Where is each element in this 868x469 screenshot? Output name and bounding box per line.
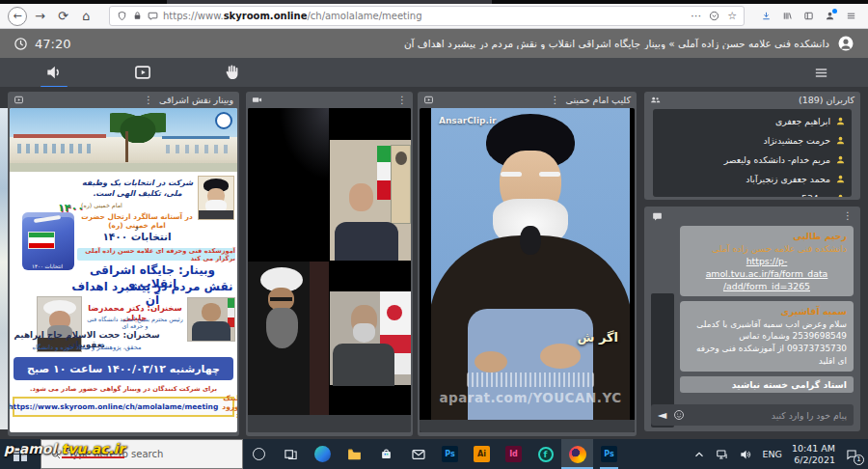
cortana-button[interactable] <box>243 439 275 469</box>
poster-quote: شرکت در انتخابات یک وظیفه ملی، تکلیف اله… <box>81 179 194 200</box>
webcam-tile-1 <box>248 108 329 261</box>
user-icon <box>835 193 846 198</box>
speaker-button[interactable] <box>44 63 64 82</box>
chat-messages[interactable]: رحیم طالبی دانشکده فنی علامه حسن زاده آم… <box>651 226 854 400</box>
account-icon[interactable] <box>825 11 835 21</box>
photoshop2-button[interactable]: Ps <box>593 439 625 469</box>
library-icon[interactable] <box>782 11 793 21</box>
ballot-box-graphic: انتخابات ۱۴۰۰ <box>17 207 77 270</box>
network-icon[interactable] <box>716 448 729 461</box>
page-actions-dots-icon[interactable]: ⋯ <box>691 10 701 22</box>
clip-kebab-icon[interactable]: ⋮ <box>551 96 560 105</box>
webcams-kebab-icon[interactable]: ⋮ <box>397 96 407 105</box>
store-button[interactable] <box>370 439 402 469</box>
khomeini-portrait-small <box>198 176 234 220</box>
poster-panel-title: وبینار نقش اشراقی <box>159 95 233 105</box>
illustrator-button[interactable]: Ai <box>466 439 498 469</box>
university-logo <box>215 112 232 129</box>
raise-hand-button[interactable] <box>222 63 241 82</box>
clock-icon <box>14 37 28 51</box>
poster-panel-header: ⋮وبینار نقش اشراقی <box>10 92 237 108</box>
lock-icon <box>132 11 143 21</box>
list-item[interactable]: محمد جعفری زنجیرآباد <box>659 169 846 188</box>
reload-icon[interactable]: ⟳ <box>53 6 73 26</box>
poster-occasion-line2: انتخابات ۱۴۰۰ <box>79 231 195 242</box>
page-action-bubble-icon[interactable] <box>148 11 158 21</box>
indesign-button[interactable]: Id <box>498 439 529 469</box>
clock-date[interactable]: 10:41 AM6/2/2021 <box>792 443 835 466</box>
list-item[interactable]: مریم خدام- دانشکده ولیعصر <box>659 150 846 169</box>
timer-value: 47:20 <box>35 37 70 51</box>
clip-panel-title: کلیپ امام خمینی <box>566 95 631 105</box>
partial-panel-edge <box>0 108 8 429</box>
list-item[interactable]: … 534 <box>659 188 846 197</box>
chat-icon <box>652 211 663 222</box>
chat-text: سلام وعرض ادب سمیه آقاشیری با کدملی 2539… <box>687 318 847 369</box>
photoshop-icon: Ps <box>601 446 617 462</box>
chat-panel-header: ⋮ <box>644 207 860 226</box>
webcam-tile-2 <box>330 108 411 261</box>
clip-panel-header: ⋮کلیپ امام خمینی <box>420 92 635 108</box>
edge-button[interactable] <box>307 439 339 469</box>
bookmark-star-icon[interactable]: ☆ <box>727 10 737 22</box>
chat-message: استاد گرامی خسته نباشید <box>680 376 854 393</box>
users-icon <box>650 95 661 105</box>
chat-message: سمیه آقاشیری سلام وعرض ادب سمیه آقاشیری … <box>680 301 854 372</box>
poster-panel: ⋮وبینار نقش اشراقی شرکت در انتخابات یک و… <box>8 92 239 436</box>
home-icon[interactable]: ⌂ <box>76 6 96 26</box>
video-button[interactable] <box>133 63 152 82</box>
page-watermark: p-amol.tvu.ac.ir <box>4 441 124 456</box>
chat-panel: ⋮ رحیم طالبی دانشکده فنی علامه حسن زاده … <box>644 207 860 431</box>
back-icon[interactable]: ← <box>8 7 27 26</box>
webcams-panel-header: ⋮ <box>248 92 411 108</box>
forward-icon[interactable]: → <box>30 6 50 26</box>
poster-link-box: لینک ورود : https://www.skyroom.online/c… <box>13 397 234 417</box>
chat-link[interactable]: /add/form_id=3265 <box>687 280 847 292</box>
url-bar[interactable]: https://www.skyroom.online/ch/amolalame/… <box>109 6 745 26</box>
users-list[interactable]: ابراهیم جعفری حرمت جمشیدنژاد مریم خدام- … <box>653 109 852 197</box>
chat-input[interactable]: ◄ پیام خود را وارد کنید <box>651 404 854 426</box>
campus-photo <box>10 108 237 172</box>
firefox-button[interactable] <box>561 439 593 469</box>
chat-kebab-icon[interactable]: ⋮ <box>843 211 853 221</box>
cortana-icon <box>253 448 265 460</box>
screen: ← → ⟳ ⌂ https://www.skyroom.online/ch/am… <box>0 0 868 469</box>
users-header-label: کاربران (189) <box>799 95 854 105</box>
downloads-icon[interactable] <box>761 11 772 21</box>
notification-badge: 1 <box>854 455 864 465</box>
poster-certificate-note: برای شرکت کنندگان در وبینار گواهی حضور ص… <box>14 385 233 393</box>
wall-portrait <box>391 145 411 224</box>
poster-link-url: https://www.skyroom.online/ch/amolalame/… <box>10 402 218 411</box>
poster-speaker2-role: محقق، پژوهشگر و استاد حوزه و دانشگاه <box>14 344 160 351</box>
language-indicator[interactable]: ENG <box>762 449 781 459</box>
avatar-icon <box>837 35 854 52</box>
file-explorer-button[interactable] <box>339 439 370 469</box>
shield-icon[interactable] <box>117 11 127 21</box>
volume-icon[interactable] <box>739 448 752 461</box>
taskbar: Type here to search Ps Ai Id f Ps ENG 10… <box>0 439 868 469</box>
chevron-up-icon[interactable] <box>692 448 706 461</box>
poster-date-banner: چهارشنبه ۱۴۰۰/۰۳/۱۲ ساعت ۱۰ صبح <box>14 357 233 380</box>
speaker2-photo <box>187 297 235 342</box>
chat-sender: سمیه آقاشیری <box>687 305 847 317</box>
mail-button[interactable] <box>402 439 434 469</box>
menu-hamburger-icon[interactable] <box>846 11 856 21</box>
pocket-icon[interactable] <box>709 11 719 21</box>
user-icon <box>835 135 846 146</box>
chat-link[interactable]: https://p-amol.tvu.ac.ir/fa/form_data <box>687 255 847 280</box>
url-text[interactable]: https://www.skyroom.online/ch/amolalame/… <box>163 11 686 21</box>
action-center-icon[interactable]: 1 <box>845 448 858 461</box>
photoshop-button[interactable]: Ps <box>434 439 466 469</box>
room-menu-icon[interactable] <box>813 65 829 81</box>
teal-app-button[interactable]: f <box>529 439 561 469</box>
poster-kebab-icon[interactable]: ⋮ <box>144 96 153 105</box>
list-item[interactable]: ابراهیم جعفری <box>659 111 846 130</box>
task-view-icon <box>284 447 298 461</box>
sidebar-toggle-icon[interactable] <box>803 11 814 21</box>
list-item[interactable]: حرمت جمشیدنژاد <box>659 130 846 150</box>
send-icon[interactable]: ◄ <box>658 409 666 421</box>
store-bag-icon <box>379 447 393 461</box>
task-view-button[interactable] <box>275 439 307 469</box>
emoji-icon[interactable] <box>673 409 685 421</box>
meeting-header: 47:20 دانشکده فنی علامه حسن زاده آملی » … <box>0 29 868 58</box>
